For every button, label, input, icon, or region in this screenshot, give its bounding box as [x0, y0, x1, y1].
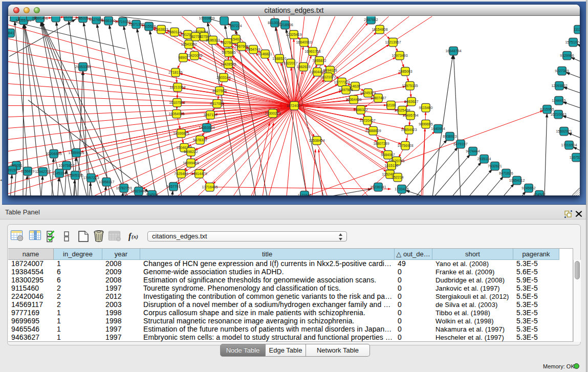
svg-text:2718176: 2718176	[168, 71, 182, 74]
svg-text:18245374: 18245374	[360, 91, 376, 95]
svg-text:8186323: 8186323	[206, 38, 220, 42]
svg-text:12428545: 12428545	[220, 62, 236, 66]
svg-text:12538454: 12538454	[309, 139, 324, 142]
svg-text:19654923: 19654923	[401, 128, 417, 132]
svg-text:10958117: 10958117	[99, 180, 115, 184]
svg-text:16640910: 16640910	[296, 40, 312, 44]
svg-text:17359926: 17359926	[68, 151, 84, 155]
svg-text:10975867: 10975867	[58, 164, 74, 167]
svg-text:16543382: 16543382	[181, 42, 197, 46]
svg-text:1362635: 1362635	[296, 65, 310, 69]
svg-text:62160: 62160	[386, 103, 396, 107]
svg-text:20364436: 20364436	[345, 98, 361, 101]
svg-text:(x): (x)	[132, 233, 138, 240]
svg-text:12093832: 12093832	[551, 84, 567, 87]
svg-text:12213363: 12213363	[169, 85, 185, 89]
svg-text:9245652: 9245652	[521, 186, 535, 190]
svg-text:8471626: 8471626	[499, 171, 513, 175]
svg-text:9146821: 9146821	[258, 52, 272, 56]
svg-text:23300273: 23300273	[265, 112, 280, 115]
svg-text:10807487: 10807487	[370, 96, 386, 100]
svg-text:1841: 1841	[8, 31, 14, 35]
svg-text:8427552: 8427552	[212, 89, 226, 93]
svg-text:4317006: 4317006	[210, 102, 224, 105]
svg-text:5875685: 5875685	[222, 51, 235, 54]
svg-text:9899695: 9899695	[419, 122, 432, 126]
svg-text:252214: 252214	[391, 176, 403, 179]
svg-text:10688609: 10688609	[365, 129, 381, 133]
svg-text:9227349: 9227349	[555, 69, 569, 73]
svg-text:13716485: 13716485	[202, 185, 217, 189]
svg-text:5684067: 5684067	[381, 153, 395, 157]
svg-text:1733426: 1733426	[395, 187, 408, 191]
svg-text:8215955: 8215955	[540, 107, 554, 111]
svg-text:12213967: 12213967	[385, 40, 401, 44]
svg-text:7632621: 7632621	[488, 164, 502, 168]
svg-text:6494028: 6494028	[323, 69, 337, 72]
svg-text:10853267: 10853267	[75, 16, 91, 20]
svg-text:18807289: 18807289	[373, 142, 389, 145]
svg-text:7955812: 7955812	[312, 59, 326, 62]
svg-text:19054985: 19054985	[168, 112, 184, 116]
svg-text:20691406: 20691406	[32, 16, 48, 20]
svg-text:29053346: 29053346	[75, 65, 91, 69]
svg-text:12505135: 12505135	[67, 173, 83, 177]
svg-text:10033809: 10033809	[199, 16, 214, 20]
svg-text:8938923: 8938923	[443, 135, 456, 138]
svg-text:15692971: 15692971	[556, 129, 572, 133]
svg-text:5678312: 5678312	[193, 138, 207, 142]
svg-text:1145194: 1145194	[53, 171, 67, 175]
svg-text:20206555: 20206555	[46, 152, 61, 156]
svg-text:7886322: 7886322	[354, 108, 367, 112]
svg-text:7357224: 7357224	[228, 24, 242, 28]
svg-text:6322017: 6322017	[284, 61, 297, 65]
svg-text:6479197: 6479197	[453, 142, 467, 146]
svg-text:15751074: 15751074	[565, 40, 580, 44]
svg-text:12942737: 12942737	[35, 170, 51, 173]
svg-text:16782759: 16782759	[116, 186, 132, 190]
svg-text:5498222: 5498222	[184, 150, 198, 154]
svg-text:1167534: 1167534	[570, 156, 580, 159]
svg-text:2935114: 2935114	[477, 157, 491, 161]
svg-text:15463: 15463	[231, 37, 241, 41]
svg-text:19756928: 19756928	[397, 144, 413, 147]
svg-text:16154808: 16154808	[372, 28, 387, 31]
svg-text:17016504: 17016504	[561, 143, 577, 147]
svg-text:9463627: 9463627	[404, 100, 418, 103]
svg-text:6497508: 6497508	[339, 88, 353, 92]
svg-text:10654112: 10654112	[509, 179, 525, 182]
svg-text:17957223: 17957223	[83, 176, 99, 180]
svg-text:10973493: 10973493	[391, 54, 407, 57]
svg-text:18724007: 18724007	[286, 104, 302, 107]
svg-text:14353594: 14353594	[199, 126, 214, 129]
svg-text:16099468: 16099468	[183, 161, 199, 165]
svg-text:1588520: 1588520	[272, 57, 286, 60]
svg-text:14236141: 14236141	[370, 185, 386, 189]
svg-text:18342: 18342	[63, 16, 73, 18]
svg-text:7485003: 7485003	[398, 70, 412, 73]
svg-text:14914479: 14914479	[191, 172, 207, 176]
svg-text:9660124: 9660124	[167, 30, 181, 34]
svg-text:9329966: 9329966	[560, 54, 574, 57]
svg-text:1640954: 1640954	[431, 127, 445, 130]
svg-text:14626: 14626	[350, 84, 360, 88]
svg-text:12325419: 12325419	[286, 33, 301, 36]
svg-text:15720407: 15720407	[359, 119, 375, 122]
svg-text:2803144: 2803144	[216, 76, 230, 79]
svg-text:1156819: 1156819	[21, 169, 35, 173]
svg-text:8466160: 8466160	[101, 19, 115, 23]
svg-text:7625402: 7625402	[174, 172, 188, 176]
svg-text:424502: 424502	[533, 193, 545, 195]
svg-text:16107553: 16107553	[169, 101, 185, 104]
svg-text:16121072: 16121072	[320, 75, 336, 79]
svg-text:8454749: 8454749	[246, 48, 260, 51]
svg-text:9474444: 9474444	[466, 149, 480, 153]
svg-text:1171645: 1171645	[298, 193, 312, 195]
svg-text:9115460: 9115460	[419, 106, 433, 110]
svg-text:2887682: 2887682	[364, 18, 378, 21]
svg-text:7663822: 7663822	[154, 28, 168, 31]
svg-text:19218506: 19218506	[277, 23, 293, 27]
svg-text:16961758: 16961758	[304, 50, 320, 53]
svg-text:39159: 39159	[8, 168, 17, 172]
svg-text:13975135: 13975135	[402, 84, 418, 87]
